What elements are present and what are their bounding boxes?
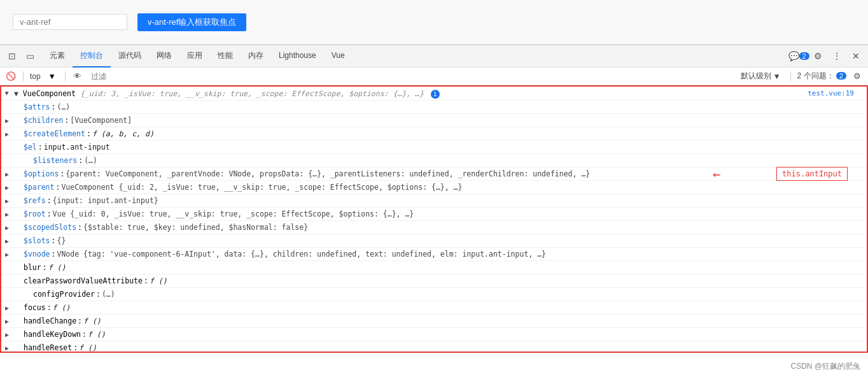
tab-lighthouse[interactable]: Lighthouse [271, 45, 324, 68]
entry-root2: ▶ $root: Vue {_uid: 0, _isVue: true, __v… [1, 208, 867, 221]
settings-icon[interactable]: ⚙ [811, 49, 825, 63]
toolbar-divider-3 [790, 71, 791, 82]
expand-arrow-root2[interactable]: ▶ [5, 209, 9, 220]
expand-arrow-ss[interactable]: ▶ [5, 222, 9, 234]
console-toolbar: 🚫 top ▼ 👁 默认级别 ▼ 2 个问题： 2 ⚙ [0, 68, 868, 85]
tab-console[interactable]: 控制台 [73, 45, 111, 68]
expand-arrow-focus[interactable]: ▶ [5, 302, 9, 314]
devtools-right-icons: 💬 2 ⚙ ⋮ ✕ [792, 49, 863, 63]
issues-badge: 2 [836, 72, 846, 80]
entry-configprovider: configProvider: (…) [1, 288, 867, 301]
toolbar-divider-2 [65, 71, 66, 82]
tab-elements[interactable]: 元素 [42, 45, 73, 68]
annotation-label: this.antInput [776, 167, 848, 181]
tab-sources[interactable]: 源代码 [111, 45, 149, 68]
expand-arrow-hkd[interactable]: ▶ [5, 329, 9, 341]
entry-el: $el: input.ant-input [1, 141, 867, 154]
entry-slots: ▶ $slots: {} [1, 234, 867, 248]
messages-icon[interactable]: 💬 2 [792, 49, 806, 63]
expand-arrow-hr[interactable]: ▶ [5, 343, 9, 353]
entry-handlekeydown: ▶ handleKeyDown: f () [1, 328, 867, 341]
tab-application[interactable]: 应用 [179, 45, 210, 68]
expand-arrow-vnode[interactable]: ▶ [5, 249, 9, 260]
entry-handlechange: ▶ handleChange: f () [1, 315, 867, 328]
top-dropdown[interactable]: ▼ [46, 71, 59, 82]
eye-icon[interactable]: 👁 [72, 71, 83, 82]
expand-arrow-slots[interactable]: ▶ [5, 236, 9, 247]
source-link[interactable]: test.vue:19 [808, 88, 854, 99]
tab-memory[interactable]: 内存 [241, 45, 271, 68]
expand-arrow-hc[interactable]: ▶ [5, 316, 9, 327]
expand-arrow-root[interactable]: ▶ [1, 92, 13, 96]
top-label: top [30, 72, 41, 81]
clear-console-icon[interactable]: 🚫 [5, 71, 17, 82]
toolbar-divider-1 [23, 71, 24, 82]
expand-arrow-parent[interactable]: ▶ [5, 182, 9, 194]
message-badge: 2 [799, 52, 809, 60]
entry-children: ▶ $children: [VueComponent] [1, 114, 867, 127]
level-select[interactable]: 默认级别 ▼ [738, 69, 784, 83]
entry-vnode: ▶ $vnode: VNode {tag: 'vue-component-6-A… [1, 248, 867, 261]
entry-scopedslots: ▶ $scopedSlots: {$stable: true, $key: un… [1, 221, 867, 234]
console-content[interactable]: ▶ ▼ VueComponent {_uid: 3, _isVue: true,… [0, 85, 868, 353]
entry-options: ▶ $options: {parent: VueComponent, _pare… [1, 167, 867, 181]
device-toggle-icon[interactable]: ▭ [23, 49, 37, 63]
entry-focus: ▶ focus: f () [1, 301, 867, 315]
entry-createelement: ▶ $createElement: f (a, b, c, d) [1, 127, 867, 141]
entry-root: ▶ ▼ VueComponent {_uid: 3, _isVue: true,… [1, 87, 867, 101]
entry-refs: ▶ $refs: {input: input.ant-input} [1, 194, 867, 208]
expand-arrow-children[interactable]: ▶ [5, 115, 9, 127]
demo-button[interactable]: v-ant-ref输入框获取焦点 [137, 13, 246, 31]
devtools-panel: ⊡ ▭ 元素 控制台 源代码 网络 应用 性能 内存 Lighthouse Vu… [0, 45, 868, 353]
expand-arrow-refs[interactable]: ▶ [5, 196, 9, 207]
more-icon[interactable]: ⋮ [830, 49, 844, 63]
info-icon[interactable]: i [431, 90, 440, 99]
devtools-tab-icons: ⊡ ▭ [5, 49, 37, 63]
entry-attrs: $attrs: (…) [1, 101, 867, 114]
close-icon[interactable]: ✕ [849, 49, 863, 63]
demo-area: v-ant-ref输入框获取焦点 [0, 0, 868, 45]
issues-settings-icon[interactable]: ⚙ [851, 71, 863, 82]
tab-performance[interactable]: 性能 [210, 45, 241, 68]
issues-text: 2 个问题： 2 [797, 71, 846, 82]
tab-network[interactable]: 网络 [149, 45, 179, 68]
tab-vue[interactable]: Vue [324, 45, 353, 68]
entry-parent: ▶ $parent: VueComponent {_uid: 2, _isVue… [1, 181, 867, 194]
annotation-arrow: ← [713, 168, 720, 180]
demo-input[interactable] [13, 14, 127, 30]
expand-arrow-ce[interactable]: ▶ [5, 129, 9, 140]
entry-clearpwd: clearPasswordValueAttribute: f () [1, 274, 867, 288]
expand-arrow-options[interactable]: ▶ [5, 169, 9, 180]
entry-listeners: $listeners: (…) [1, 154, 867, 167]
filter-input[interactable] [88, 71, 410, 82]
entry-handlereset: ▶ handleReset: f () [1, 341, 867, 353]
entry-blur: blur: f () [1, 261, 867, 274]
inspect-element-icon[interactable]: ⊡ [5, 49, 19, 63]
devtools-tab-bar: ⊡ ▭ 元素 控制台 源代码 网络 应用 性能 内存 Lighthouse Vu… [0, 45, 868, 68]
